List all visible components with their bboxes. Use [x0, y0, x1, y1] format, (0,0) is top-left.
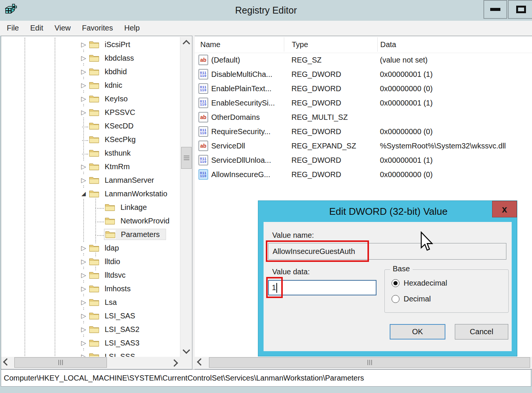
tree-item-Lsa[interactable]: ▷Lsa [1, 295, 180, 309]
value-row-RequireSecurity...[interactable]: 011110RequireSecurity...REG_DWORD0x00000… [195, 124, 532, 139]
expand-collapsed-icon[interactable]: ▷ [78, 283, 89, 294]
expand-collapsed-icon[interactable]: ▷ [78, 324, 89, 335]
value-row-ServiceDll[interactable]: abServiceDllREG_EXPAND_SZ%SystemRoot%\Sy… [195, 139, 532, 153]
tree-item-LSI_SAS3[interactable]: ▷LSI_SAS3 [1, 336, 180, 350]
status-bar: Computer\HKEY_LOCAL_MACHINE\SYSTEM\Curre… [1, 369, 531, 387]
tree-item-label: kbdclass [105, 54, 134, 63]
tree-item-KPSSVC[interactable]: ▷KPSSVC [1, 106, 180, 119]
expand-collapsed-icon[interactable]: ▷ [78, 256, 89, 267]
expand-collapsed-icon[interactable]: ▷ [78, 243, 89, 253]
string-value-icon: ab [198, 55, 208, 65]
expand-collapsed-icon[interactable]: ▷ [78, 80, 89, 90]
tree-connector [78, 148, 89, 158]
column-header-type[interactable]: Type [292, 36, 308, 53]
menu-view[interactable]: View [55, 24, 71, 32]
tree-item-iScsiPrt[interactable]: ▷iScsiPrt [1, 38, 180, 51]
tree-item-KtmRm[interactable]: ▷KtmRm [1, 160, 180, 173]
tree-item-KeyIso[interactable]: ▷KeyIso [1, 92, 180, 106]
scroll-right-button[interactable] [169, 357, 180, 368]
tree-item-NetworkProvid[interactable]: NetworkProvid [1, 214, 180, 228]
tree-item-label: LSI_SAS2 [105, 325, 139, 334]
scroll-grip-icon [184, 156, 189, 160]
cancel-button[interactable]: Cancel [455, 324, 508, 339]
value-row-ServiceDllUnloa...[interactable]: 011110ServiceDllUnloa...REG_DWORD0x00000… [195, 153, 532, 167]
tree-hscroll-thumb[interactable] [14, 357, 107, 368]
value-row-OtherDomains[interactable]: abOtherDomainsREG_MULTI_SZ [195, 110, 532, 124]
folder-icon [89, 135, 99, 144]
expand-collapsed-icon[interactable]: ▷ [78, 297, 89, 307]
maximize-button[interactable] [508, 0, 532, 19]
column-header-data[interactable]: Data [380, 36, 396, 53]
menu-help[interactable]: Help [124, 24, 140, 32]
radio-button-icon[interactable] [392, 295, 399, 303]
tree-item-label: KPSSVC [105, 108, 135, 117]
radio-button-icon[interactable] [392, 279, 399, 287]
tree-item-Linkage[interactable]: Linkage [1, 200, 180, 214]
tree-vertical-scrollbar[interactable] [180, 37, 192, 357]
minimize-button[interactable] [483, 0, 507, 19]
scroll-left-button[interactable] [195, 357, 206, 368]
tree-item-lltdsvc[interactable]: ▷lltdsvc [1, 268, 180, 282]
tree-item-kbdhid[interactable]: ▷kbdhid [1, 65, 180, 78]
tree-horizontal-scrollbar[interactable] [1, 357, 180, 368]
expand-collapsed-icon[interactable]: ▷ [78, 107, 89, 118]
tree-item-lmhosts[interactable]: ▷lmhosts [1, 282, 180, 295]
list-horizontal-scrollbar[interactable] [195, 357, 532, 368]
folder-icon [89, 94, 99, 103]
value-row-(Default)[interactable]: ab(Default)REG_SZ(value not set) [195, 53, 532, 67]
expand-collapsed-icon[interactable]: ▷ [78, 53, 89, 63]
radio-decimal[interactable]: Decimal [392, 295, 431, 303]
tree-item-kbdclass[interactable]: ▷kbdclass [1, 51, 180, 65]
column-divider[interactable] [377, 37, 378, 52]
menu-favorites[interactable]: Favorites [82, 24, 113, 32]
tree-item-label: KSecDD [105, 122, 134, 130]
folder-icon [105, 216, 115, 225]
value-name-text: DisableMultiCha... [211, 70, 272, 79]
dialog-close-button[interactable]: x [492, 201, 517, 217]
tree-item-ldap[interactable]: ▷ldap [1, 241, 180, 255]
value-data-label: Value data: [272, 268, 310, 276]
tree-item-LanmanServer[interactable]: ▷LanmanServer [1, 173, 180, 187]
tree-item-LSI_SAS2[interactable]: ▷LSI_SAS2 [1, 323, 180, 336]
ok-button[interactable]: OK [390, 324, 445, 339]
scroll-up-button[interactable] [180, 37, 192, 48]
expand-collapsed-icon[interactable]: ▷ [78, 93, 89, 104]
folder-icon [89, 189, 99, 198]
expand-collapsed-icon[interactable]: ▷ [78, 39, 89, 50]
tree-item-KSecDD[interactable]: KSecDD [1, 119, 180, 133]
tree-item-lltdio[interactable]: ▷lltdio [1, 255, 180, 268]
value-row-AllowInsecureG...[interactable]: 011110AllowInsecureG...REG_DWORD0x000000… [195, 167, 532, 182]
radio-hexadecimal[interactable]: Hexadecimal [392, 279, 447, 287]
value-name-cell: 011110RequireSecurity... [198, 124, 270, 139]
expand-collapsed-icon[interactable]: ▷ [78, 338, 89, 348]
expand-collapsed-icon[interactable]: ▷ [78, 66, 89, 77]
value-row-EnablePlainText...[interactable]: 011110EnablePlainText...REG_DWORD0x00000… [195, 81, 532, 96]
value-type-cell: REG_DWORD [291, 67, 341, 81]
list-hscroll-thumb[interactable] [209, 357, 530, 368]
registry-editor-window: Registry Editor File Edit View Favorites… [0, 0, 532, 393]
expand-collapsed-icon[interactable]: ▷ [78, 270, 89, 280]
value-row-DisableMultiCha...[interactable]: 011110DisableMultiCha...REG_DWORD0x00000… [195, 67, 532, 81]
column-header-name[interactable]: Name [200, 36, 220, 53]
tree-item-LanmanWorkstatio[interactable]: ◢LanmanWorkstatio [1, 187, 180, 200]
folder-icon [89, 54, 99, 63]
scroll-down-button[interactable] [180, 346, 192, 357]
menu-edit[interactable]: Edit [30, 24, 43, 32]
value-type-cell: REG_DWORD [291, 81, 341, 96]
tree-item-ksthunk[interactable]: ksthunk [1, 146, 180, 160]
value-row-EnableSecuritySi...[interactable]: 011110EnableSecuritySi...REG_DWORD0x0000… [195, 96, 532, 110]
tree-item-kdnic[interactable]: ▷kdnic [1, 78, 180, 92]
tree-item-KSecPkg[interactable]: KSecPkg [1, 133, 180, 146]
menu-file[interactable]: File [7, 24, 19, 32]
tree-item-Parameters[interactable]: Parameters [1, 228, 180, 241]
expand-expanded-icon[interactable]: ◢ [78, 188, 89, 199]
tree-vscroll-thumb[interactable] [181, 147, 192, 169]
expand-collapsed-icon[interactable]: ▷ [78, 310, 89, 321]
column-divider[interactable] [284, 37, 284, 52]
scroll-left-button[interactable] [1, 357, 12, 368]
value-data-input[interactable]: 1 [268, 280, 377, 295]
expand-collapsed-icon[interactable]: ▷ [78, 161, 89, 172]
tree-item-LSI_SAS[interactable]: ▷LSI_SAS [1, 309, 180, 323]
folder-icon [89, 108, 99, 117]
expand-collapsed-icon[interactable]: ▷ [78, 175, 89, 185]
